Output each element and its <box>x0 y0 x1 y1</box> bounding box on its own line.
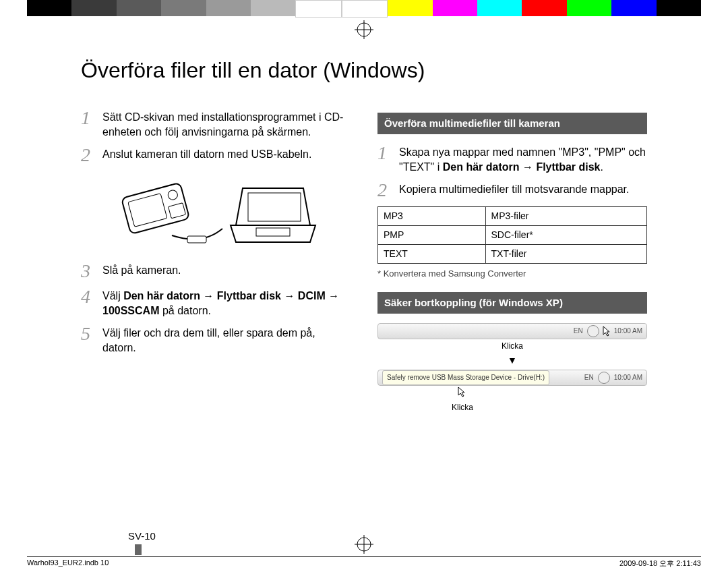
subheading-multimedia: Överföra multimediefiler till kameran <box>377 113 647 134</box>
klicka-label: Klicka <box>377 402 647 413</box>
step-text: Slå på kameran. <box>102 262 181 281</box>
step-5: 5 Välj filer och dra dem till, eller spa… <box>81 324 351 355</box>
page-marker <box>135 544 142 555</box>
cell: TXT-filer <box>485 245 646 264</box>
cell: TEXT <box>378 245 486 264</box>
page-number: SV-10 <box>128 530 156 542</box>
step-number: 5 <box>81 324 102 355</box>
taskbar-illustration-1: EN 10:00 AM <box>377 323 647 339</box>
page-title: Överföra filer till en dator (Windows) <box>81 58 728 83</box>
step4-suffix: på datorn. <box>159 305 211 316</box>
cell: MP3-filer <box>485 207 646 226</box>
step-text: Välj Den här datorn → Flyttbar disk → DC… <box>102 287 351 318</box>
step-2: 2 Anslut kameran till datorn med USB-kab… <box>81 146 351 165</box>
cursor-icon <box>458 387 465 397</box>
right-column: Överföra multimediefiler till kameran 1 … <box>377 109 647 413</box>
cell: PMP <box>378 226 486 245</box>
safe-remove-icon <box>587 325 599 337</box>
cursor-icon <box>603 326 610 336</box>
registration-mark-icon <box>355 20 373 39</box>
right-step-2: 2 Kopiera multimediefiler till motsvaran… <box>377 181 647 200</box>
step-text: Anslut kameran till datorn med USB-kabel… <box>102 146 311 165</box>
step-number: 2 <box>377 181 399 200</box>
table-row: PMPSDC-filer* <box>378 226 647 245</box>
safe-remove-icon <box>598 372 610 384</box>
arrow-down-icon: ▼ <box>377 354 647 367</box>
step-3: 3 Slå på kameran. <box>81 262 351 281</box>
print-footer: Warhol93_EUR2.indb 10 2009-09-18 오후 2:11… <box>27 556 701 569</box>
file-type-table: MP3MP3-filer PMPSDC-filer* TEXTTXT-filer <box>377 206 647 264</box>
step-text: Kopiera multimediefiler till motsvarande… <box>399 181 629 200</box>
subheading-safe-remove: Säker bortkoppling (för Windows XP) <box>377 292 647 314</box>
step-1: 1 Sätt CD-skivan med installationsprogra… <box>81 109 351 139</box>
r1-suffix: . <box>601 161 603 173</box>
r1-path: Den här datorn → Flyttbar disk <box>443 161 601 173</box>
print-color-bar <box>27 0 701 16</box>
lang-indicator: EN <box>584 373 594 382</box>
print-timestamp: 2009-09-18 오후 2:11:43 <box>619 558 701 569</box>
registration-mark-icon <box>355 535 373 556</box>
step-number: 4 <box>81 287 102 318</box>
cell: MP3 <box>378 207 486 226</box>
table-row: TEXTTXT-filer <box>378 245 647 264</box>
step-number: 1 <box>81 109 102 139</box>
table-footnote: * Konvertera med Samsung Converter <box>377 268 647 280</box>
step-4: 4 Välj Den här datorn → Flyttbar disk → … <box>81 287 351 318</box>
step4-prefix: Välj <box>102 290 123 302</box>
print-file-info: Warhol93_EUR2.indb 10 <box>27 558 109 569</box>
svg-rect-7 <box>187 236 206 243</box>
camera-laptop-diagram <box>81 171 351 252</box>
step-text: Skapa nya mappar med namnen "MP3", "PMP"… <box>399 144 647 174</box>
klicka-label: Klicka <box>377 341 647 351</box>
cell: SDC-filer* <box>485 226 646 245</box>
step-number: 2 <box>81 146 102 165</box>
svg-rect-9 <box>256 228 290 236</box>
safe-remove-balloon: Safely remove USB Mass Storage Device - … <box>382 370 549 385</box>
step-text: Välj filer och dra dem till, eller spara… <box>102 324 351 355</box>
svg-rect-8 <box>248 193 301 221</box>
table-row: MP3MP3-filer <box>378 207 647 226</box>
taskbar-illustration-2: Safely remove USB Mass Storage Device - … <box>377 370 647 386</box>
lang-indicator: EN <box>574 326 583 336</box>
clock: 10:00 AM <box>614 373 642 382</box>
step-number: 1 <box>377 144 399 174</box>
step4-path: Den här datorn → Flyttbar disk → DCIM → … <box>102 290 339 316</box>
clock: 10:00 AM <box>614 326 642 336</box>
left-column: 1 Sätt CD-skivan med installationsprogra… <box>81 109 351 413</box>
step-text: Sätt CD-skivan med installationsprogramm… <box>102 109 351 139</box>
right-step-1: 1 Skapa nya mappar med namnen "MP3", "PM… <box>377 144 647 174</box>
step-number: 3 <box>81 262 102 281</box>
